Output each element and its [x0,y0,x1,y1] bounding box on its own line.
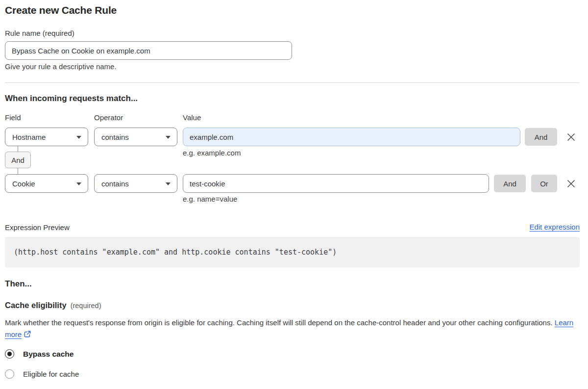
expression-code-block: (http.host contains "example.com" and ht… [5,237,580,267]
radio-bypass-cache[interactable]: Bypass cache [5,349,74,359]
match-heading: When incoming requests match... [5,94,138,104]
expression-preview-label: Expression Preview [5,223,70,232]
chevron-down-icon [166,136,171,139]
rule-name-helper: Give your rule a descriptive name. [5,62,117,71]
operator-column-label: Operator [94,113,123,122]
radio-button-icon[interactable] [5,349,14,359]
chevron-down-icon [76,136,81,139]
field-select-row1-value: Hostname [12,133,46,141]
radio-eligible-for-cache[interactable]: Eligible for cache [5,369,79,379]
value-helper-row1: e.g. example.com [183,149,241,157]
radio-bypass-cache-label: Bypass cache [23,350,74,359]
value-column-label: Value [183,113,201,122]
field-select-row1[interactable]: Hostname [5,128,88,146]
and-button-row2[interactable]: And [494,175,526,192]
connector-line-bottom [18,168,18,174]
and-button-row1[interactable]: And [525,128,557,146]
field-select-row2[interactable]: Cookie [5,174,88,193]
remove-condition-row1-button[interactable] [565,131,577,143]
cache-eligibility-title: Cache eligibility [5,301,67,310]
value-input-row1[interactable] [183,128,520,146]
rule-name-input[interactable] [5,41,292,60]
close-icon [566,179,576,189]
required-note: (required) [71,302,101,310]
create-cache-rule-page: Create new Cache Rule Rule name (require… [0,0,588,389]
field-column-label: Field [5,113,21,122]
external-link-icon [24,330,31,341]
eligibility-description-text: Mark whether the request's response from… [5,318,553,327]
and-connector-button[interactable]: And [5,152,31,168]
chevron-down-icon [76,182,81,185]
chevron-down-icon [166,182,171,185]
connector-line-top [18,146,18,152]
then-heading: Then... [5,279,32,289]
field-select-row2-value: Cookie [12,180,35,188]
value-helper-row2: e.g. name=value [183,195,237,203]
section-divider [5,82,580,83]
value-input-row2[interactable] [183,174,489,193]
remove-condition-row2-button[interactable] [565,178,577,189]
operator-select-row1[interactable]: contains [94,128,177,146]
or-button-row2[interactable]: Or [531,175,557,192]
rule-name-label: Rule name (required) [5,29,74,37]
operator-select-row2[interactable]: contains [94,174,177,193]
radio-button-icon[interactable] [5,369,14,379]
eligibility-description: Mark whether the request's response from… [5,317,576,341]
expression-code: (http.host contains "example.com" and ht… [14,248,337,257]
page-title: Create new Cache Rule [5,4,117,16]
operator-select-row2-value: contains [101,180,129,188]
radio-eligible-for-cache-label: Eligible for cache [23,370,79,378]
edit-expression-link[interactable]: Edit expression [529,223,580,231]
cache-eligibility-heading: Cache eligibility(required) [5,301,101,310]
operator-select-row1-value: contains [101,133,129,141]
close-icon [566,132,576,142]
